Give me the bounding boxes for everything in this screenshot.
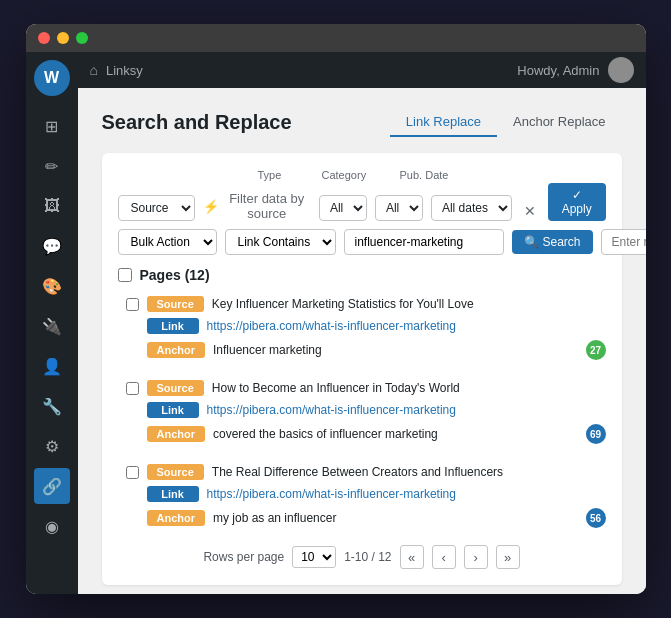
- table-row: Source The Real Difference Between Creat…: [118, 461, 606, 483]
- filter-row: Source ⚡ Filter data by source All All: [118, 183, 606, 221]
- anchor-count-1: 27: [586, 340, 606, 360]
- anchor-badge-2: Anchor: [147, 426, 206, 442]
- link-contains-select[interactable]: Link Contains: [225, 229, 336, 255]
- filter-by-source-btn[interactable]: ⚡ Filter data by source: [203, 191, 311, 221]
- table-row: Anchor Influencer marketing 27: [118, 337, 606, 363]
- page-header: Search and Replace Link Replace Anchor R…: [102, 108, 622, 137]
- howdy-text: Howdy, Admin: [517, 63, 599, 78]
- source-badge-1: Source: [147, 296, 204, 312]
- table-row: Link https://pibera.com/what-is-influenc…: [118, 483, 606, 505]
- results-section-header: Pages (12): [118, 267, 606, 283]
- sidebar-item-comments[interactable]: 💬: [34, 228, 70, 264]
- table-row: Anchor covered the basics of influencer …: [118, 421, 606, 447]
- main-card: Type Category Pub. Date Source ⚡ Filter …: [102, 153, 622, 585]
- sidebar: W ⊞ ✏ 🖼 💬 🎨 🔌 👤 🔧 ⚙ 🔗 ◉: [26, 52, 78, 594]
- result-group-1: Source Key Influencer Marketing Statisti…: [118, 293, 606, 363]
- row-checkbox-2[interactable]: [126, 382, 139, 395]
- search-btn[interactable]: 🔍 Search: [512, 230, 593, 254]
- type-select[interactable]: All: [319, 195, 367, 221]
- search-input[interactable]: [344, 229, 504, 255]
- link-url-1[interactable]: https://pibera.com/what-is-influencer-ma…: [207, 319, 456, 333]
- replacement-input[interactable]: [601, 229, 646, 255]
- sidebar-item-settings[interactable]: ⚙: [34, 428, 70, 464]
- prev-page-btn[interactable]: ‹: [432, 545, 456, 569]
- search-icon: 🔍: [524, 235, 539, 249]
- topbar: ⌂ Linksy Howdy, Admin: [78, 52, 646, 88]
- link-url-3[interactable]: https://pibera.com/what-is-influencer-ma…: [207, 487, 456, 501]
- next-page-btn[interactable]: ›: [464, 545, 488, 569]
- result-group-3: Source The Real Difference Between Creat…: [118, 461, 606, 531]
- row-checkbox-3[interactable]: [126, 466, 139, 479]
- first-page-btn[interactable]: «: [400, 545, 424, 569]
- app-window: W ⊞ ✏ 🖼 💬 🎨 🔌 👤 🔧 ⚙ 🔗 ◉ ⌂ Linksy Howdy, …: [26, 24, 646, 594]
- maximize-button[interactable]: [76, 32, 88, 44]
- link-url-2[interactable]: https://pibera.com/what-is-influencer-ma…: [207, 403, 456, 417]
- titlebar: [26, 24, 646, 52]
- type-col-label: Type: [258, 169, 310, 181]
- table-row: Anchor my job as an influencer 56: [118, 505, 606, 531]
- wordpress-logo[interactable]: W: [34, 60, 70, 96]
- sidebar-item-users[interactable]: 👤: [34, 348, 70, 384]
- link-badge-2: Link: [147, 402, 199, 418]
- avatar: [608, 57, 634, 83]
- close-button[interactable]: [38, 32, 50, 44]
- table-row: Link https://pibera.com/what-is-influenc…: [118, 399, 606, 421]
- filter-icon: ⚡: [203, 199, 219, 214]
- anchor-badge-1: Anchor: [147, 342, 206, 358]
- main-content: ⌂ Linksy Howdy, Admin Search and Replace…: [78, 52, 646, 594]
- sidebar-item-appearance[interactable]: 🎨: [34, 268, 70, 304]
- rows-per-page-select[interactable]: 10: [292, 546, 336, 568]
- table-row: Source Key Influencer Marketing Statisti…: [118, 293, 606, 315]
- tabs: Link Replace Anchor Replace: [390, 108, 622, 137]
- row-checkbox-1[interactable]: [126, 298, 139, 311]
- section-title: Pages (12): [140, 267, 210, 283]
- search-row: Bulk Action Link Contains 🔍 Search: [118, 229, 606, 255]
- apply-filter-btn[interactable]: ✓ Apply: [548, 183, 606, 221]
- source-badge-2: Source: [147, 380, 204, 396]
- pub-date-select[interactable]: All dates: [431, 195, 512, 221]
- minimize-button[interactable]: [57, 32, 69, 44]
- sidebar-item-tools[interactable]: 🔧: [34, 388, 70, 424]
- site-name: Linksy: [106, 63, 143, 78]
- source-text-2: How to Become an Influencer in Today's W…: [212, 381, 460, 395]
- anchor-text-3: my job as an influencer: [213, 511, 336, 525]
- sidebar-item-posts[interactable]: ✏: [34, 148, 70, 184]
- page-range: 1-10 / 12: [344, 550, 391, 564]
- select-all-checkbox[interactable]: [118, 268, 132, 282]
- category-select[interactable]: All: [375, 195, 423, 221]
- last-page-btn[interactable]: »: [496, 545, 520, 569]
- clear-filter-btn[interactable]: ✕: [520, 201, 540, 221]
- anchor-text-1: Influencer marketing: [213, 343, 322, 357]
- sidebar-item-dashboard[interactable]: ⊞: [34, 108, 70, 144]
- sidebar-item-media[interactable]: 🖼: [34, 188, 70, 224]
- source-badge-3: Source: [147, 464, 204, 480]
- sidebar-item-extra[interactable]: ◉: [34, 508, 70, 544]
- tab-link-replace[interactable]: Link Replace: [390, 108, 497, 137]
- sidebar-item-linksy[interactable]: 🔗: [34, 468, 70, 504]
- sidebar-item-plugins[interactable]: 🔌: [34, 308, 70, 344]
- anchor-count-2: 69: [586, 424, 606, 444]
- anchor-count-3: 56: [586, 508, 606, 528]
- app-body: W ⊞ ✏ 🖼 💬 🎨 🔌 👤 🔧 ⚙ 🔗 ◉ ⌂ Linksy Howdy, …: [26, 52, 646, 594]
- page-area: Search and Replace Link Replace Anchor R…: [78, 88, 646, 594]
- source-select[interactable]: Source: [118, 195, 195, 221]
- table-row: Source How to Become an Influencer in To…: [118, 377, 606, 399]
- source-text-1: Key Influencer Marketing Statistics for …: [212, 297, 474, 311]
- link-badge-1: Link: [147, 318, 199, 334]
- pagination: Rows per page 10 1-10 / 12 « ‹ › »: [118, 545, 606, 569]
- pub-date-col-label: Pub. Date: [400, 169, 480, 181]
- rows-per-page-label: Rows per page: [203, 550, 284, 564]
- table-row: Link https://pibera.com/what-is-influenc…: [118, 315, 606, 337]
- link-badge-3: Link: [147, 486, 199, 502]
- result-group-2: Source How to Become an Influencer in To…: [118, 377, 606, 447]
- anchor-badge-3: Anchor: [147, 510, 206, 526]
- bulk-action-select[interactable]: Bulk Action: [118, 229, 217, 255]
- anchor-text-2: covered the basics of influencer marketi…: [213, 427, 438, 441]
- home-icon: ⌂: [90, 62, 98, 78]
- category-col-label: Category: [322, 169, 392, 181]
- tab-anchor-replace[interactable]: Anchor Replace: [497, 108, 622, 137]
- page-title: Search and Replace: [102, 111, 390, 134]
- source-text-3: The Real Difference Between Creators and…: [212, 465, 503, 479]
